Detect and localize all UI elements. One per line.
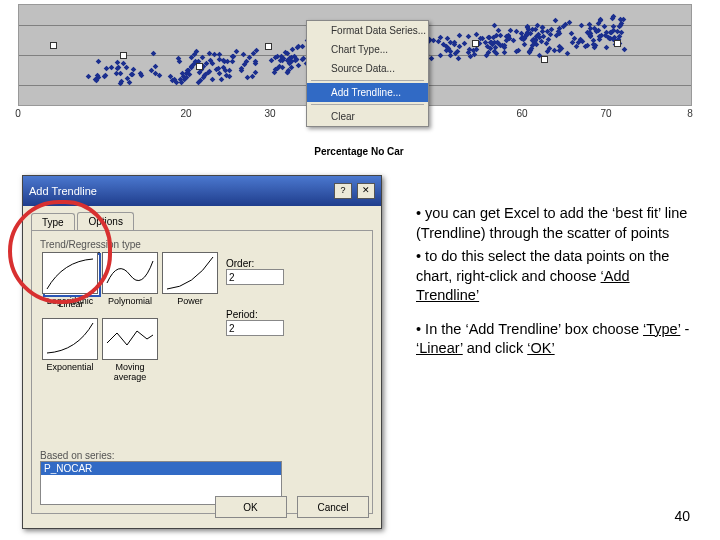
series-item[interactable]: P_NOCAR <box>41 462 281 475</box>
trend-type-moving-average[interactable]: Moving average <box>102 318 158 382</box>
series-label: Based on series: <box>40 450 282 461</box>
group-label: Trend/Regression type <box>40 239 364 250</box>
ok-button[interactable]: OK <box>215 496 287 518</box>
cancel-button[interactable]: Cancel <box>297 496 369 518</box>
x-axis-label: Percentage No Car <box>18 146 700 157</box>
tab-options[interactable]: Options <box>77 212 133 230</box>
dialog-title: Add Trendline <box>29 185 97 197</box>
tab-pane-type: Trend/Regression type LinearLogarithmicP… <box>31 230 373 514</box>
page-number: 40 <box>674 508 690 524</box>
menu-item[interactable]: Clear <box>307 107 428 126</box>
menu-item[interactable]: Chart Type... <box>307 40 428 59</box>
menu-item[interactable]: Format Data Series... <box>307 21 428 40</box>
instruction-text: • you can get Excel to add the ‘best fit… <box>416 204 692 359</box>
period-label: Period: <box>226 309 284 320</box>
trend-type-polynomial[interactable]: Polynomial <box>102 252 158 306</box>
menu-item[interactable]: Source Data... <box>307 59 428 78</box>
menu-item[interactable]: Add Trendline... <box>307 83 428 102</box>
period-input[interactable] <box>226 320 284 336</box>
order-input[interactable] <box>226 269 284 285</box>
tab-type[interactable]: Type <box>31 213 75 231</box>
close-icon[interactable]: ✕ <box>357 183 375 199</box>
tab-strip[interactable]: Type Options <box>23 206 381 230</box>
titlebar[interactable]: Add Trendline ? ✕ <box>23 176 381 206</box>
trend-type-exponential[interactable]: Exponential <box>42 318 98 382</box>
add-trendline-dialog: Add Trendline ? ✕ Type Options Trend/Reg… <box>22 175 382 529</box>
trend-type-logarithmic[interactable]: Logarithmic <box>42 252 98 306</box>
context-menu[interactable]: Format Data Series...Chart Type...Source… <box>306 20 429 127</box>
order-label: Order: <box>226 258 284 269</box>
help-icon[interactable]: ? <box>334 183 352 199</box>
trend-type-grid: LinearLogarithmicPolynomialPowerExponent… <box>40 250 220 392</box>
trend-type-power[interactable]: Power <box>162 252 218 306</box>
